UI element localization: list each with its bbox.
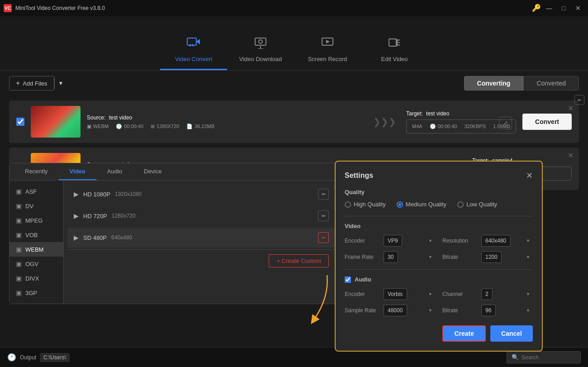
format-item-3gp-label: 3GP [25, 290, 37, 296]
format-sidebar: ▣ ASF ▣ DV ▣ MPEG ▣ VOB ▣ WEBM ▣ OGV [9, 181, 64, 304]
sample-rate-label: Sample Rate [345, 307, 381, 314]
add-files-button[interactable]: + Add Files [9, 76, 54, 91]
audio-bitrate-select[interactable]: 96 [481, 305, 496, 316]
video-bitrate-select-wrapper: 1200 [481, 251, 533, 263]
target-box-1: M4A 🕐 00:00:40 320KBPS 1.56MB ⤢ [406, 119, 516, 133]
converting-tab[interactable]: Converting [464, 76, 524, 91]
audio-bitrate-select-wrapper: 96 [481, 305, 533, 316]
format-tab-device[interactable]: Device [133, 163, 173, 180]
nav-tab-screen-record[interactable]: Screen Record [294, 16, 361, 70]
format-list: ▶ HD 1080P 1920x1080 ✏ ▶ HD 720P 1280x72… [64, 181, 339, 304]
search-area[interactable]: 🔍 [507, 351, 581, 363]
quality-medium-radio [397, 201, 403, 208]
maximize-button[interactable]: □ [557, 4, 570, 13]
close-button[interactable]: ✕ [572, 4, 584, 13]
nav-tab-video-download-label: Video Download [239, 56, 282, 62]
quality-medium[interactable]: Medium Quality [397, 201, 446, 208]
sample-rate-select[interactable]: 48000 [384, 305, 407, 316]
format-item-mpeg[interactable]: ▣ MPEG [9, 213, 63, 228]
create-custom-button[interactable]: + Create Custom [269, 254, 329, 267]
audio-encoder-select-wrapper: Vorbis [384, 288, 435, 300]
thumb-image-1 [31, 106, 81, 138]
add-files-caret-button[interactable]: ▼ [54, 77, 67, 89]
svg-point-5 [259, 40, 262, 43]
source-format-1: ▣ WEBM [87, 124, 109, 129]
audio-section-title: Audio [355, 276, 371, 283]
audio-enable-checkbox[interactable] [345, 276, 351, 283]
quality-low[interactable]: Low Quality [457, 201, 497, 208]
cancel-button[interactable]: Cancel [490, 325, 533, 342]
svg-marker-9 [326, 40, 330, 43]
nav-tab-edit-video[interactable]: Edit Video [361, 16, 428, 70]
format-item-vob[interactable]: ▣ VOB [9, 228, 63, 242]
svg-rect-4 [255, 38, 266, 45]
source-format-value-1: WEBM [93, 124, 109, 129]
format-option-1080p[interactable]: ▶ HD 1080P 1920x1080 ✏ [67, 184, 335, 204]
format-item-asf[interactable]: ▣ ASF [9, 184, 63, 199]
target-name-1: test video [426, 110, 449, 117]
channel-select[interactable]: 2 [481, 288, 493, 300]
video-bitrate-select[interactable]: 1200 [481, 251, 502, 263]
video-download-icon [253, 36, 268, 52]
quality-high-label: High Quality [354, 201, 386, 208]
res-icon-1: ⊞ [151, 124, 155, 129]
size-icon-1: 📄 [186, 124, 193, 129]
format-item-ogv[interactable]: ▣ OGV [9, 257, 63, 271]
audio-encoder-select[interactable]: Vorbis [384, 288, 407, 300]
format-panel: Recently Video Audio Device ▣ ASF ▣ DV ▣… [9, 163, 339, 304]
quality-section-title: Quality [345, 189, 533, 195]
format-item-asf-label: ASF [25, 188, 37, 195]
audio-bitrate-label: Bitrate [442, 307, 479, 314]
format-item-dv[interactable]: ▣ DV [9, 199, 63, 213]
source-label-1: Source: [87, 114, 105, 121]
resolution-label: Resolution [442, 238, 479, 244]
nav-tab-video-download[interactable]: Video Download [227, 16, 294, 70]
format-res-480p: 640x480 [111, 234, 132, 241]
title-bar-controls: 🔑 — □ ✕ [532, 4, 584, 13]
format-tab-audio[interactable]: Audio [96, 163, 133, 180]
svg-rect-10 [389, 39, 396, 46]
file-row-close-2[interactable]: ✕ [568, 151, 574, 160]
target-select-btn-1[interactable]: ⤢ [499, 117, 512, 129]
format-item-3gp[interactable]: ▣ 3GP [9, 286, 63, 300]
nav-tab-video-convert[interactable]: Video Convert [160, 16, 227, 70]
format-item-divx[interactable]: ▣ DIVX [9, 271, 63, 286]
format-edit-720p[interactable]: ✏ [318, 210, 329, 221]
minimize-button[interactable]: — [543, 4, 555, 13]
file-row-close-1[interactable]: ✕ [568, 104, 574, 113]
video-section-title: Video [345, 223, 533, 229]
file-checkbox-1[interactable] [16, 118, 24, 126]
format-option-480p-left: ▶ SD 480P 640x480 [74, 234, 132, 241]
format-body: ▣ ASF ▣ DV ▣ MPEG ▣ VOB ▣ WEBM ▣ OGV [9, 181, 339, 304]
convert-button-1[interactable]: Convert [522, 114, 572, 130]
format-name-720p: HD 720P [83, 213, 107, 219]
format-tab-video[interactable]: Video [59, 163, 96, 180]
resolution-select[interactable]: 640x480 [481, 235, 511, 247]
converted-tab[interactable]: Converted [523, 76, 579, 91]
format-edit-1080p[interactable]: ✏ [318, 189, 329, 200]
quality-high[interactable]: High Quality [345, 201, 386, 208]
file-info-1: Source: test video ▣ WEBM 🕐 00:00:40 ⊞ 1… [87, 114, 363, 129]
search-input[interactable] [522, 354, 576, 361]
format-option-720p[interactable]: ▶ HD 720P 1280x720 ✏ [67, 206, 335, 226]
format-tab-recently[interactable]: Recently [14, 163, 59, 180]
format-option-1080p-left: ▶ HD 1080P 1920x1080 [74, 191, 142, 198]
file-target-1: Target: test video ✏ M4A 🕐 00:00:40 320K… [406, 110, 516, 133]
encoder-select[interactable]: VP9 [384, 235, 402, 247]
target-edit-top-1[interactable]: ✏ [574, 95, 584, 105]
framerate-select[interactable]: 30 [384, 251, 398, 263]
format-edit-480p[interactable]: ✏ [318, 232, 329, 243]
divx-icon: ▣ [16, 275, 22, 282]
target-label-text-1: Target: [406, 110, 423, 117]
3gp-icon: ▣ [16, 289, 22, 296]
resolution-field: Resolution 640x480 [442, 235, 533, 247]
file-thumbnail-1 [31, 106, 81, 138]
format-item-webm[interactable]: ▣ WEBM [9, 242, 63, 257]
settings-close-button[interactable]: ✕ [526, 171, 533, 181]
format-option-480p[interactable]: ▶ SD 480P 640x480 ✏ [67, 228, 335, 248]
output-label: Output [20, 354, 36, 361]
create-button[interactable]: Create [442, 325, 486, 342]
quality-high-radio [345, 201, 351, 208]
search-icon: 🔍 [512, 354, 519, 361]
output-area: 🕐 Output C:\Users\ [7, 353, 70, 362]
